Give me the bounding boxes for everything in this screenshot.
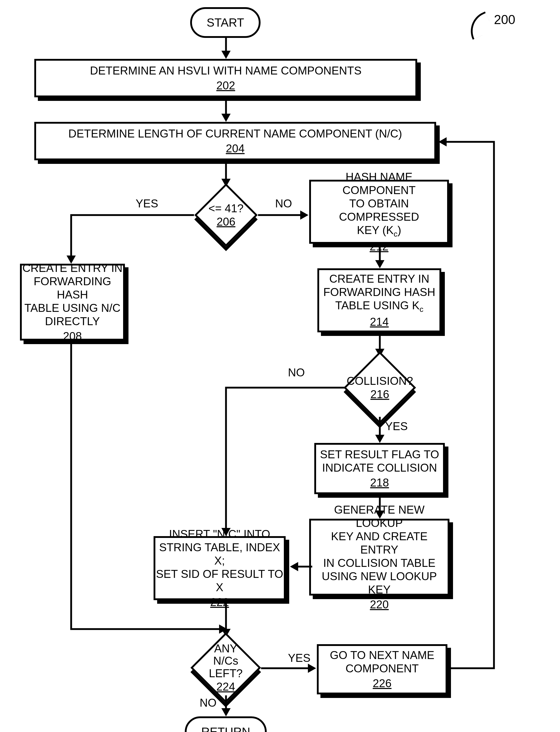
svg-marker-15 <box>375 435 384 443</box>
return-label: RETURN <box>201 725 250 732</box>
step-214-ref: 214 <box>370 315 389 328</box>
arrow-224-no-to-return <box>223 695 229 716</box>
step-208-l3: TABLE USING N/C <box>24 301 121 315</box>
step-218-ref: 218 <box>370 476 389 489</box>
step-204-ref: 204 <box>226 142 244 155</box>
decision-224-l2: N/Cs LEFT? <box>205 655 246 680</box>
svg-marker-10 <box>375 260 384 268</box>
step-220-l3: IN COLLISION TABLE <box>323 556 436 570</box>
arrow-222-to-224 <box>223 604 229 637</box>
decision-206-text: <= 41? <box>208 202 243 214</box>
step-220-l4: USING NEW LOOKUP KEY <box>311 570 448 596</box>
svg-marker-19 <box>290 562 298 571</box>
step-202: DETERMINE AN HSVLI WITH NAME COMPONENTS … <box>34 59 417 97</box>
step-214-l2: FORWARDING HASH <box>323 285 435 299</box>
return-terminator: RETURN <box>185 716 267 732</box>
step-214-l3: TABLE USING Kc <box>335 299 423 313</box>
arrow-206-yes-to-208 <box>69 213 194 264</box>
step-208: CREATE ENTRY IN FORWARDING HASH TABLE US… <box>20 264 125 340</box>
arrow-226-loop-to-204 <box>436 139 497 672</box>
step-212-l1: HASH NAME COMPONENT <box>311 170 447 197</box>
decision-216-ref: 216 <box>347 388 413 401</box>
edge-label-224-yes: YES <box>288 652 310 664</box>
step-202-text: DETERMINE AN HSVLI WITH NAME COMPONENTS <box>90 64 362 77</box>
step-212: HASH NAME COMPONENT TO OBTAIN COMPRESSED… <box>309 180 449 244</box>
figure-ref-arrow <box>464 12 493 40</box>
decision-206: <= 41? 206 <box>190 187 262 243</box>
figure-reference: 200 <box>494 12 515 27</box>
step-204-text: DETERMINE LENGTH OF CURRENT NAME COMPONE… <box>68 127 402 140</box>
step-226-l2: COMPONENT <box>346 662 419 675</box>
arrow-202-to-204 <box>223 101 229 122</box>
decision-206-ref: 206 <box>208 215 243 228</box>
edge-label-216-yes: YES <box>385 420 408 433</box>
arrow-212-to-214 <box>377 247 382 268</box>
step-226: GO TO NEXT NAME COMPONENT 226 <box>317 644 447 694</box>
step-218: SET RESULT FLAG TO INDICATE COLLISION 21… <box>314 443 445 494</box>
step-214-l1: CREATE ENTRY IN <box>329 272 429 285</box>
arrow-216-yes-to-218 <box>377 417 382 443</box>
step-208-l1: CREATE ENTRY IN <box>22 261 122 275</box>
arrow-208-to-merge <box>69 344 231 631</box>
flowchart-canvas: 200 START DETERMINE AN HSVLI WITH NAME C… <box>0 0 560 732</box>
step-208-l2: FORWARDING HASH <box>22 275 123 301</box>
start-terminator: START <box>190 7 261 38</box>
edge-label-206-yes: YES <box>136 197 158 210</box>
decision-224-l1: ANY <box>205 642 246 655</box>
step-208-l4: DIRECTLY <box>45 315 100 328</box>
svg-marker-3 <box>221 114 231 122</box>
decision-224: ANY N/Cs LEFT? 224 <box>184 637 267 698</box>
arrow-224-yes-to-226 <box>261 666 317 671</box>
step-220: GENERATE NEW LOOKUP KEY AND CREATE ENTRY… <box>309 519 449 596</box>
svg-marker-24 <box>308 664 316 673</box>
step-220-ref: 220 <box>370 598 389 611</box>
decision-216-text: COLLISION? <box>347 375 413 387</box>
decision-224-ref: 224 <box>205 681 246 693</box>
step-204: DETERMINE LENGTH OF CURRENT NAME COMPONE… <box>34 122 436 160</box>
svg-marker-1 <box>221 51 231 59</box>
svg-marker-8 <box>300 210 308 220</box>
step-218-l2: INDICATE COLLISION <box>322 461 437 475</box>
step-218-l1: SET RESULT FLAG TO <box>320 448 439 461</box>
step-208-ref: 208 <box>63 329 82 343</box>
svg-marker-25 <box>438 137 447 146</box>
step-220-l2: KEY AND CREATE ENTRY <box>311 530 448 556</box>
edge-label-224-no: NO <box>200 696 217 709</box>
step-212-l3: KEY (Kc) <box>357 223 401 238</box>
step-214: CREATE ENTRY IN FORWARDING HASH TABLE US… <box>317 268 441 332</box>
edge-label-206-no: NO <box>275 197 292 210</box>
step-226-ref: 226 <box>373 677 391 690</box>
svg-marker-27 <box>221 708 231 716</box>
step-212-l2: TO OBTAIN COMPRESSED <box>311 197 447 223</box>
arrow-start-to-202 <box>223 38 229 59</box>
arrow-206-no-to-212 <box>258 212 309 218</box>
step-226-l1: GO TO NEXT NAME <box>330 649 434 662</box>
start-label: START <box>207 16 244 29</box>
step-220-l1: GENERATE NEW LOOKUP <box>311 503 448 530</box>
edge-label-216-no: NO <box>288 366 305 379</box>
step-202-ref: 202 <box>216 79 235 92</box>
arrow-220-to-222 <box>289 564 312 569</box>
